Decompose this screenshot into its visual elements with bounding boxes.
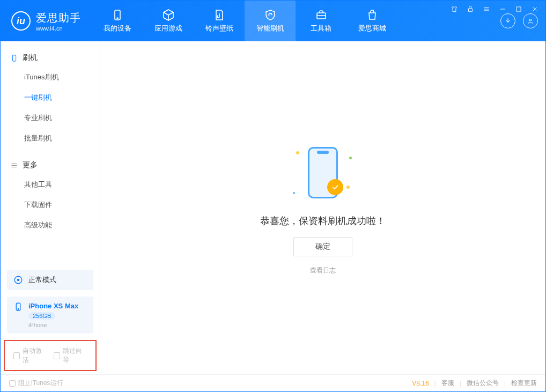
- svg-rect-1: [517, 7, 521, 11]
- maximize-button[interactable]: [513, 4, 524, 14]
- sidebar-item-itunes-flash[interactable]: iTunes刷机: [1, 67, 100, 87]
- minimize-button[interactable]: [497, 4, 508, 14]
- bag-icon: [366, 9, 379, 21]
- success-illustration: [291, 140, 355, 205]
- section-label: 刷机: [23, 53, 38, 63]
- checkbox-label: 阻止iTunes运行: [18, 379, 63, 388]
- check-badge-icon: [327, 179, 343, 195]
- checkbox-auto-activate[interactable]: 自动激活: [13, 346, 47, 365]
- svg-point-5: [529, 19, 532, 21]
- cube-icon: [162, 9, 175, 21]
- checkbox-label: 跳过向导: [63, 346, 87, 365]
- profile-button[interactable]: [523, 13, 538, 28]
- tab-label: 铃声壁纸: [205, 24, 233, 33]
- tab-label: 工具箱: [311, 24, 331, 33]
- briefcase-icon: [315, 9, 328, 21]
- svg-point-10: [18, 309, 19, 310]
- success-message: 恭喜您，保资料刷机成功啦！: [260, 215, 386, 227]
- checkbox-label: 自动激活: [23, 346, 47, 365]
- tab-apps-games[interactable]: 应用游戏: [143, 1, 194, 41]
- tab-label: 智能刷机: [256, 24, 284, 33]
- sidebar-item-other-tools[interactable]: 其他工具: [1, 174, 100, 195]
- tab-label: 应用游戏: [154, 24, 182, 33]
- shield-refresh-icon: [264, 9, 277, 21]
- svg-point-3: [117, 18, 118, 19]
- download-button[interactable]: [500, 13, 515, 28]
- tab-label: 爱思商城: [358, 24, 386, 33]
- sidebar-section-more: 更多: [1, 156, 100, 174]
- checkbox-skip-guide[interactable]: 跳过向导: [54, 346, 87, 365]
- app-logo: iu 爱思助手 www.i4.cn: [1, 11, 92, 32]
- window-controls: [449, 4, 540, 14]
- mode-icon: [13, 275, 23, 285]
- sidebar-item-oneclick-flash[interactable]: 一键刷机: [1, 87, 100, 108]
- view-log-link[interactable]: 查看日志: [310, 266, 336, 275]
- flash-options-highlighted: 自动激活 跳过向导: [4, 340, 97, 371]
- footer-link-update[interactable]: 检查更新: [511, 379, 537, 388]
- tab-ringtone-wallpaper[interactable]: 铃声壁纸: [194, 1, 245, 41]
- status-bar: 阻止iTunes运行 V8.16 | 客服 | 微信公众号 | 检查更新: [1, 374, 545, 391]
- tab-toolbox[interactable]: 工具箱: [296, 1, 346, 41]
- close-button[interactable]: [529, 4, 540, 14]
- logo-icon: iu: [11, 11, 31, 31]
- checkbox-block-itunes[interactable]: 阻止iTunes运行: [9, 379, 63, 388]
- sidebar-item-batch-flash[interactable]: 批量刷机: [1, 128, 100, 149]
- app-url: www.i4.cn: [36, 25, 81, 32]
- menu-icon[interactable]: [481, 4, 492, 14]
- device-type: iPhone: [28, 322, 78, 328]
- phone-icon: [111, 9, 124, 21]
- mode-card[interactable]: 正常模式: [7, 270, 93, 290]
- sidebar-item-pro-flash[interactable]: 专业刷机: [1, 108, 100, 128]
- tab-my-device[interactable]: 我的设备: [92, 1, 143, 41]
- phone-icon: [13, 302, 23, 312]
- device-icon: [10, 54, 18, 62]
- sidebar-item-advanced[interactable]: 高级功能: [1, 215, 100, 235]
- svg-rect-0: [469, 9, 473, 12]
- tab-store[interactable]: 爱思商城: [346, 1, 397, 41]
- shirt-icon[interactable]: [449, 4, 460, 14]
- list-icon: [10, 161, 18, 169]
- svg-point-8: [17, 279, 20, 282]
- footer-link-service[interactable]: 客服: [441, 379, 454, 388]
- tab-smart-flash[interactable]: 智能刷机: [245, 1, 296, 41]
- device-capacity: 256GB: [28, 312, 55, 320]
- music-file-icon: [213, 9, 226, 21]
- sidebar-section-flash: 刷机: [1, 49, 100, 67]
- device-card[interactable]: iPhone XS Max 256GB iPhone: [7, 297, 93, 334]
- sidebar: 刷机 iTunes刷机 一键刷机 专业刷机 批量刷机 更多 其他工具 下载固件 …: [1, 41, 100, 374]
- sidebar-item-download-firmware[interactable]: 下载固件: [1, 195, 100, 215]
- device-name: iPhone XS Max: [28, 302, 78, 310]
- svg-rect-6: [12, 55, 16, 61]
- lock-icon[interactable]: [465, 4, 476, 14]
- version-label: V8.16: [412, 380, 429, 387]
- tab-label: 我的设备: [104, 24, 131, 33]
- app-name: 爱思助手: [36, 11, 81, 25]
- footer-link-wechat[interactable]: 微信公众号: [467, 379, 499, 388]
- mode-label: 正常模式: [28, 275, 56, 285]
- section-label: 更多: [23, 160, 38, 170]
- main-content: 恭喜您，保资料刷机成功啦！ 确定 查看日志: [100, 41, 545, 374]
- ok-button[interactable]: 确定: [293, 237, 352, 256]
